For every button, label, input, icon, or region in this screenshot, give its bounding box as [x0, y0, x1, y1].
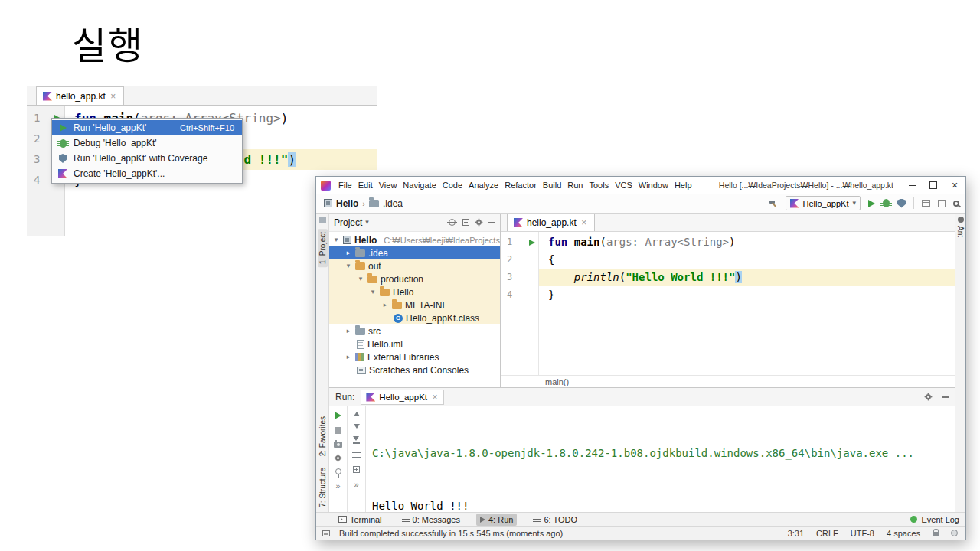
caret-position[interactable]: 3:31	[788, 529, 804, 538]
close-icon[interactable]	[431, 393, 439, 402]
tree-item-external-libraries[interactable]: External Libraries	[329, 350, 500, 364]
rerun-button[interactable]	[335, 412, 341, 419]
down-button[interactable]	[354, 424, 360, 429]
menu-vcs[interactable]: VCS	[612, 177, 635, 194]
run-toolbar-left	[329, 406, 348, 512]
tool-button-terminal[interactable]: Terminal	[335, 514, 386, 526]
search-icon[interactable]	[953, 201, 959, 207]
close-icon[interactable]	[580, 218, 588, 227]
tool-button-messages[interactable]: 0: Messages	[398, 514, 464, 526]
more-button[interactable]	[354, 481, 358, 489]
tool-button-todo[interactable]: 6: TODO	[529, 514, 581, 526]
breadcrumb-idea[interactable]: .idea	[383, 198, 403, 209]
tree-item-idea[interactable]: .idea	[329, 246, 500, 259]
tool-button-run[interactable]: 4: Run	[476, 514, 517, 526]
menu-run[interactable]: Run	[564, 177, 586, 194]
gear-icon[interactable]	[476, 220, 482, 225]
context-menu-item-create[interactable]: Create 'Hello_appKt'...	[52, 166, 242, 181]
tree-item-hello[interactable]: Hello	[329, 285, 500, 298]
build-hammer-icon[interactable]	[769, 199, 778, 208]
settings-button[interactable]	[335, 455, 341, 461]
ide-window: File Edit View Navigate Code Analyze Ref…	[315, 176, 966, 540]
pin-button[interactable]	[335, 468, 341, 474]
menu-analyze[interactable]: Analyze	[466, 177, 501, 194]
window-icon[interactable]	[938, 200, 946, 207]
code-text: fun main(args: Array<String>)	[539, 233, 955, 251]
context-menu-item-run[interactable]: Run 'Hello_appKt' Ctrl+Shift+F10	[52, 120, 242, 135]
expand-all-button[interactable]	[353, 466, 360, 473]
status-message[interactable]: Build completed successfully in 15 s 545…	[339, 529, 563, 538]
chevron-collapsed-icon[interactable]	[381, 302, 389, 308]
more-button[interactable]	[335, 482, 340, 491]
lock-icon[interactable]	[933, 532, 939, 536]
collapse-all-icon[interactable]	[462, 219, 469, 226]
menu-refactor[interactable]: Refactor	[501, 177, 540, 194]
chevron-expanded-icon[interactable]	[332, 236, 340, 243]
tool-button-structure[interactable]: 7: Structure	[318, 468, 327, 507]
locate-icon[interactable]	[449, 219, 456, 226]
tree-item-meta-inf[interactable]: META-INF	[329, 298, 500, 311]
coverage-button[interactable]	[897, 199, 906, 208]
line-ending[interactable]: CRLF	[816, 529, 838, 538]
run-button[interactable]	[868, 200, 875, 207]
chevron-expanded-icon[interactable]	[345, 262, 352, 269]
tool-button-favorites[interactable]: 2: Favorites	[318, 416, 327, 456]
chevron-collapsed-icon[interactable]	[345, 328, 352, 334]
run-config-selector[interactable]: Hello_appKt	[786, 196, 861, 210]
toolwindow-toggle-icon[interactable]	[322, 530, 330, 536]
hide-panel-icon[interactable]	[488, 222, 495, 223]
menu-help[interactable]: Help	[671, 177, 695, 194]
hide-panel-icon[interactable]	[942, 396, 949, 398]
gear-icon[interactable]	[926, 394, 931, 399]
stop-button[interactable]	[335, 427, 341, 434]
layout-icon[interactable]	[922, 200, 930, 207]
menu-view[interactable]: View	[376, 177, 400, 194]
scroll-to-end-button[interactable]	[353, 436, 360, 444]
line-number: 1	[34, 108, 40, 129]
breadcrumb-main[interactable]: main()	[545, 377, 569, 386]
tree-item-scratches[interactable]: Scratches and Consoles	[329, 364, 500, 377]
tab-hello-app-kt[interactable]: hello_app.kt	[36, 86, 124, 105]
inspections-icon[interactable]	[951, 530, 958, 536]
maximize-button[interactable]	[923, 177, 944, 194]
chevron-expanded-icon[interactable]	[369, 289, 377, 295]
tree-item-production[interactable]: production	[329, 272, 500, 285]
chevron-collapsed-icon[interactable]	[345, 249, 352, 256]
chevron-expanded-icon[interactable]	[357, 276, 364, 282]
menu-tools[interactable]: Tools	[586, 177, 612, 194]
context-menu-item-debug[interactable]: Debug 'Hello_appKt'	[52, 135, 242, 151]
run-tab[interactable]: Hello_appKt	[361, 390, 444, 405]
tree-item-project-root[interactable]: Hello C:₩Users₩leeji₩IdeaProjects₩Hello	[329, 233, 500, 246]
menu-file[interactable]: File	[335, 177, 355, 194]
tab-hello-app-kt[interactable]: hello_app.kt	[507, 214, 595, 231]
run-icon	[57, 122, 68, 133]
tree-item-src[interactable]: src	[329, 324, 500, 337]
tree-item-out[interactable]: out	[329, 259, 500, 272]
menu-edit[interactable]: Edit	[355, 177, 376, 194]
breadcrumb-project[interactable]: Hello	[336, 198, 358, 209]
tree-item-hello-appkt-class[interactable]: Hello_appKt.class	[329, 311, 500, 324]
minimize-button[interactable]	[901, 177, 923, 194]
right-tool-strip: Ant	[955, 214, 965, 512]
menu-navigate[interactable]: Navigate	[400, 177, 439, 194]
tool-button-ant[interactable]: Ant	[956, 226, 965, 237]
close-button[interactable]	[944, 177, 965, 194]
event-log-button[interactable]: Event Log	[910, 515, 959, 524]
up-button[interactable]	[354, 412, 360, 416]
menu-code[interactable]: Code	[439, 177, 466, 194]
tool-button-project[interactable]: 1: Project	[318, 229, 328, 267]
context-menu-item-coverage[interactable]: Run 'Hello_appKt' with Coverage	[52, 151, 242, 166]
run-panel-actions	[926, 394, 949, 399]
close-icon[interactable]	[109, 92, 117, 101]
project-panel-title[interactable]: Project	[334, 217, 362, 228]
indent-setting[interactable]: 4 spaces	[887, 529, 920, 538]
menu-build[interactable]: Build	[540, 177, 564, 194]
chevron-collapsed-icon[interactable]	[345, 354, 352, 360]
run-line-icon[interactable]	[529, 240, 535, 246]
debug-button[interactable]	[883, 199, 890, 207]
soft-wrap-button[interactable]	[352, 452, 361, 458]
snapshot-button[interactable]	[334, 442, 342, 448]
menu-window[interactable]: Window	[635, 177, 671, 194]
encoding[interactable]: UTF-8	[851, 529, 874, 538]
tree-item-hello-iml[interactable]: Hello.iml	[329, 337, 500, 350]
